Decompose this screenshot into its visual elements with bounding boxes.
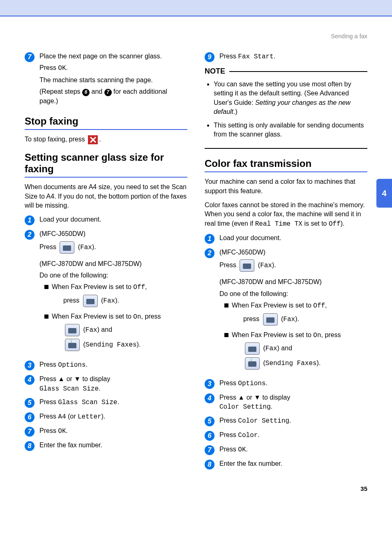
step-number: 6 [25, 412, 35, 422]
step-number: 6 [205, 431, 214, 441]
glass-step-1: 1 Load your document. [25, 215, 187, 225]
heading-color-fax: Color fax transmission [205, 158, 367, 172]
note-title: NOTE [205, 67, 225, 76]
step-9: 9 Press Fax Start. [205, 52, 367, 62]
sending-faxes-icon [245, 357, 260, 370]
glass-step-6: 6 Press A4 (or Letter). [25, 412, 187, 422]
square-bullet-icon [44, 285, 48, 289]
step-number: 1 [205, 234, 214, 244]
step-7: 7 Place the next page on the scanner gla… [25, 52, 187, 108]
press-fax-line: Press (Fax). [39, 241, 187, 254]
glass-step-5: 5 Press Glass Scan Size. [25, 398, 187, 408]
color-step-6: 6 Press Color. [205, 430, 367, 441]
heading-stop-faxing: Stop faxing [25, 116, 187, 130]
square-bullet-icon [224, 303, 228, 308]
step-number: 8 [25, 441, 35, 451]
glass-intro: When documents are A4 size, you need to … [25, 183, 187, 210]
color-step-2: 2 (MFC-J650DW) Press (Fax). (MFC-J870DW … [205, 248, 367, 375]
ref-step-6-icon: 6 [82, 89, 90, 96]
model-line: (MFC-J650DW) [39, 229, 187, 238]
right-column: 9 Press Fax Start. NOTE You can save the… [205, 52, 367, 474]
note-item-1: You can save the setting you use most of… [214, 80, 367, 117]
step-number: 7 [25, 427, 35, 437]
sub-off: When Fax Preview is set to Off, press (F… [44, 282, 187, 309]
step-number: 2 [25, 230, 35, 240]
note-item-2: This setting is only available for sendi… [214, 121, 367, 139]
step-number-7: 7 [25, 52, 35, 62]
color-step-5: 5 Press Color Setting. [205, 416, 367, 426]
ref-step-7-icon: 7 [104, 89, 112, 96]
step-number: 2 [205, 248, 214, 258]
fax-icon [240, 259, 254, 272]
step-text: Load your document. [39, 215, 187, 225]
step-7-line1: Place the next page on the scanner glass… [39, 52, 187, 61]
sending-faxes-icon [65, 339, 80, 351]
step-number: 4 [205, 393, 214, 403]
sub-on: When Fax Preview is set to On, press (Fa… [224, 331, 367, 372]
step-number: 7 [205, 445, 214, 455]
color-step-4: 4 Press ▲ or ▼ to displayColor Setting. [205, 393, 367, 412]
press-fax-line: Press (Fax). [219, 259, 367, 272]
color-intro-2: Color faxes cannot be stored in the mach… [205, 201, 367, 229]
color-step-7: 7 Press OK. [205, 445, 367, 455]
fax-icon [263, 313, 278, 326]
model-line-2: (MFC-J870DW and MFC-J875DW) [39, 259, 187, 268]
stop-faxing-text: To stop faxing, press . [25, 135, 187, 144]
step-7-line3: The machine starts scanning the page. [39, 76, 187, 85]
step-number: 5 [205, 416, 214, 426]
step-7-line4: (Repeat steps 6 and 7 for each additiona… [39, 87, 187, 106]
model-line-2: (MFC-J870DW and MFC-J875DW) [219, 278, 367, 287]
step-number: 4 [25, 375, 35, 385]
page-number: 35 [25, 485, 367, 492]
fax-icon [60, 241, 74, 254]
left-column: 7 Place the next page on the scanner gla… [25, 52, 187, 474]
step-7-line2: Press OK. [39, 63, 187, 73]
square-bullet-icon [44, 314, 48, 319]
fax-icon [83, 295, 98, 307]
step-number: 3 [25, 361, 35, 370]
heading-scanner-glass: Setting scanner glass size for faxing [25, 152, 187, 178]
color-step-8: 8 Enter the fax number. [205, 459, 367, 469]
step-number: 1 [25, 215, 35, 225]
glass-step-4: 4 Press ▲ or ▼ to displayGlass Scan Size… [25, 375, 187, 393]
step-number: 3 [205, 379, 214, 389]
do-following: Do one of the following: [39, 271, 187, 280]
sub-off: When Fax Preview is set to Off, press (F… [224, 301, 367, 328]
note-box: NOTE You can save the setting you use mo… [205, 67, 367, 149]
step-number: 8 [205, 460, 214, 469]
square-bullet-icon [224, 333, 228, 337]
note-rule [229, 71, 367, 72]
fax-icon [65, 324, 80, 336]
fax-icon [245, 342, 260, 355]
glass-step-8: 8 Enter the fax number. [25, 441, 187, 451]
cancel-icon [88, 135, 98, 144]
glass-step-7: 7 Press OK. [25, 426, 187, 437]
step-number: 5 [25, 398, 35, 408]
top-bar [0, 0, 392, 16]
step-number: 9 [205, 52, 214, 62]
glass-step-3: 3 Press Options. [25, 360, 187, 370]
glass-step-2: 2 (MFC-J650DW) Press (Fax). (MFC-J870DW … [25, 229, 187, 356]
color-intro-1: Your machine can send a color fax to mac… [205, 177, 367, 196]
sub-on: When Fax Preview is set to On, press (Fa… [44, 312, 187, 354]
do-following: Do one of the following: [219, 289, 367, 298]
color-step-1: 1 Load your document. [205, 234, 367, 244]
color-step-3: 3 Press Options. [205, 379, 367, 389]
header-section: Sending a fax [25, 33, 367, 39]
chapter-tab: 4 [376, 179, 392, 208]
model-line: (MFC-J650DW) [219, 248, 367, 257]
